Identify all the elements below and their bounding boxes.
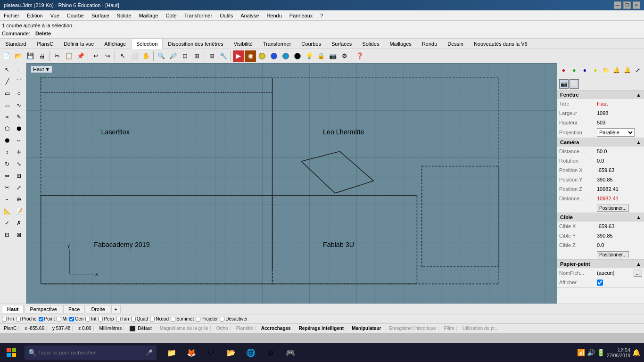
close-btn[interactable]: ✕: [633, 1, 640, 9]
curve-tool[interactable]: ∿: [13, 99, 25, 111]
rp-yellow-icon[interactable]: ●: [591, 66, 600, 75]
rp-green-icon[interactable]: ●: [570, 66, 579, 75]
window-select-btn[interactable]: ⬜: [129, 50, 140, 62]
check-tool[interactable]: ✓: [1, 217, 13, 229]
scale-tool[interactable]: ⤡: [13, 158, 25, 170]
tab-courbes[interactable]: Courbes: [296, 39, 326, 49]
tab-droite[interactable]: Droite: [86, 305, 110, 313]
snap-btn[interactable]: 🔧: [218, 50, 229, 62]
microphone-icon[interactable]: 🎤: [146, 349, 153, 356]
cible-header[interactable]: Cible ▲: [557, 213, 644, 222]
menu-fichier[interactable]: Fichier: [0, 10, 23, 20]
zoom-in-btn[interactable]: 🔍: [156, 50, 167, 62]
magnetisme-seg[interactable]: Magnétisme de la grille: [158, 326, 211, 331]
manipulateur-seg[interactable]: Manipulateur: [350, 326, 383, 331]
start-button[interactable]: [0, 343, 23, 362]
rp-bell1-icon[interactable]: 🔔: [612, 66, 621, 75]
select-tool[interactable]: ↖: [1, 64, 13, 75]
move-tool[interactable]: ✛: [13, 147, 25, 158]
menu-edition[interactable]: Édition: [23, 10, 47, 20]
tab-definir-vue[interactable]: Définir la vue: [58, 39, 99, 49]
camera-position-btn[interactable]: Positionner...: [597, 205, 629, 212]
maximize-btn[interactable]: ❐: [623, 1, 631, 9]
material-btn[interactable]: ◉: [245, 50, 256, 62]
filtre-seg[interactable]: Filtre: [442, 326, 457, 331]
open-btn[interactable]: 📂: [13, 50, 24, 62]
tab-dessin[interactable]: Dessin: [442, 39, 469, 49]
notification-icon[interactable]: 🔔: [632, 349, 640, 356]
browse-btn[interactable]: ...: [634, 270, 642, 277]
taskbar-game-btn[interactable]: 🎮: [281, 343, 300, 362]
zoom-extent-btn[interactable]: ⊞: [191, 50, 202, 62]
rp-bell2-icon[interactable]: 🔔: [622, 66, 632, 75]
tab-affichage[interactable]: Affichage: [99, 39, 131, 49]
rp-blue-icon[interactable]: ●: [580, 66, 589, 75]
taskbar-shield-btn[interactable]: 🛡: [202, 343, 221, 362]
solid-tool[interactable]: ⬢: [13, 123, 25, 134]
menu-outils[interactable]: Outils: [216, 10, 237, 20]
extend-tool[interactable]: ⤢: [13, 182, 25, 193]
rp-camera2-icon[interactable]: 📷: [559, 79, 569, 89]
taskbar-gear-btn[interactable]: ⚙: [261, 343, 280, 362]
tab-add-btn[interactable]: +: [111, 305, 121, 313]
taskbar-clock[interactable]: 12:54 27/06/2019: [607, 347, 630, 358]
search-bar[interactable]: 🔍 🎤: [25, 346, 157, 360]
zoom-window-btn[interactable]: ⊡: [179, 50, 190, 62]
transform-tool[interactable]: ↕: [1, 147, 13, 158]
circle-tool[interactable]: ○: [13, 88, 25, 99]
tab-standard[interactable]: Standard: [0, 39, 32, 49]
papier-header[interactable]: Papier-peint ▲: [557, 260, 644, 268]
menu-courbe[interactable]: Courbe: [63, 10, 88, 20]
undo-btn[interactable]: ↩: [90, 50, 101, 62]
help-btn[interactable]: ❓: [354, 50, 365, 62]
menu-analyse[interactable]: Analyse: [237, 10, 263, 20]
search-input[interactable]: [38, 350, 144, 355]
surface-tool[interactable]: ⬡: [1, 123, 13, 134]
utilisation-seg[interactable]: Utilisation du pr...: [461, 326, 501, 331]
reperage-seg[interactable]: Repérage intelligent: [297, 326, 347, 331]
tab-transformer[interactable]: Transformer: [258, 39, 297, 49]
taskbar-files-btn[interactable]: 📁: [162, 343, 181, 362]
cible-position-btn[interactable]: Positionner...: [597, 251, 629, 258]
dim-tool[interactable]: ↔: [13, 135, 25, 146]
taskbar-firefox-btn[interactable]: 🦊: [182, 343, 201, 362]
dot-tool[interactable]: ·: [13, 64, 25, 75]
extra-tool[interactable]: ⊠: [13, 229, 25, 240]
afficher-checkbox[interactable]: [597, 280, 603, 286]
arc-tool[interactable]: ⌓: [1, 99, 13, 111]
accrochages-seg[interactable]: Accrochages: [259, 326, 293, 331]
save-btn[interactable]: 💾: [25, 50, 36, 62]
menu-help[interactable]: ?: [316, 10, 327, 20]
color4-btn[interactable]: [292, 50, 303, 62]
tab-nouveautes[interactable]: Nouveautés dans la V6: [469, 39, 533, 49]
tab-visibilite[interactable]: Visibilité: [229, 39, 258, 49]
menu-panneaux[interactable]: Panneaux: [286, 10, 317, 20]
print-btn[interactable]: 🖨: [36, 50, 48, 62]
tab-solides[interactable]: Solides: [357, 39, 384, 49]
freeform-tool[interactable]: ≈: [1, 111, 13, 123]
boolean-tool[interactable]: ⊕: [13, 194, 25, 205]
planeite-seg[interactable]: Planéité: [234, 326, 256, 331]
menu-surface[interactable]: Surface: [88, 10, 113, 20]
mirror-tool[interactable]: ⇔: [1, 170, 13, 181]
menu-maillage[interactable]: Maillage: [135, 10, 162, 20]
new-btn[interactable]: 📄: [1, 50, 12, 62]
menu-vue[interactable]: Vue: [47, 10, 63, 20]
trim-tool[interactable]: ✂: [1, 182, 13, 193]
copy-btn[interactable]: 📋: [63, 50, 74, 62]
rp-viewport-icon[interactable]: ⬜: [570, 79, 579, 89]
menu-solide[interactable]: Solide: [113, 10, 135, 20]
tab-haut[interactable]: Haut: [2, 305, 24, 313]
rp-color-icon[interactable]: ●: [559, 66, 568, 75]
line-tool[interactable]: ╱: [1, 76, 13, 87]
camera-btn[interactable]: 📷: [327, 50, 339, 62]
polyline-tool[interactable]: ⌒: [13, 76, 25, 87]
tab-disposition[interactable]: Disposition des fenêtres: [163, 39, 228, 49]
select-btn[interactable]: ↖: [117, 50, 128, 62]
light-btn[interactable]: 💡: [304, 50, 315, 62]
lock-btn[interactable]: 🔒: [315, 50, 327, 62]
x-tool[interactable]: ✗: [13, 217, 25, 229]
taskbar-edge-btn[interactable]: 🌐: [241, 343, 260, 362]
array-tool[interactable]: ⊞: [13, 170, 25, 181]
rotate-tool[interactable]: ↻: [1, 158, 13, 170]
